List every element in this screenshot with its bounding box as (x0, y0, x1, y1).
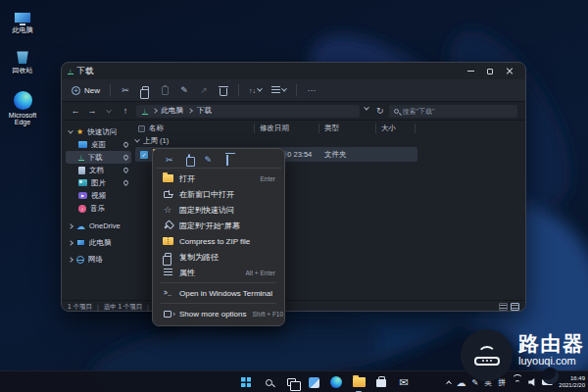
desktop-icon-edge[interactable]: Microsoft Edge (0, 90, 45, 125)
this-pc-icon (14, 12, 31, 24)
search-box[interactable] (389, 105, 517, 118)
terminal-icon: >_ (162, 290, 173, 297)
windows-logo-icon (241, 377, 251, 387)
taskbar-edge-button[interactable] (328, 374, 344, 390)
taskbar-search-button[interactable] (261, 374, 276, 390)
divider: | (97, 304, 99, 311)
menu-shortcut: Shift + F10 (252, 311, 283, 318)
cut-icon[interactable]: ✂ (121, 85, 130, 95)
menu-item-compress-zip[interactable]: Compress to ZIP file (156, 233, 281, 249)
widgets-button[interactable] (306, 374, 321, 390)
downloads-icon: ↓ (78, 154, 84, 161)
menu-item-open-new-window[interactable]: 在新窗口中打开 (156, 186, 281, 202)
sidebar-item-label: 图片 (91, 178, 106, 188)
onedrive-tray-icon[interactable]: ☁ (457, 377, 466, 388)
cut-icon[interactable]: ✂ (166, 155, 173, 165)
share-icon[interactable]: ↗ (199, 85, 209, 95)
chevron-down-icon (134, 137, 140, 143)
select-all-checkbox[interactable] (138, 125, 145, 132)
desktop-icon-recycle-bin[interactable]: 回收站 (0, 44, 45, 75)
sidebar-item-desktop[interactable]: 桌面 (66, 138, 131, 151)
watermark-site: luyouqi.com (518, 355, 576, 367)
menu-item-open[interactable]: 打开 Enter (156, 171, 281, 186)
paste-icon[interactable] (160, 86, 170, 95)
desktop-icon-label: Microsoft Edge (6, 112, 39, 125)
search-icon (394, 109, 399, 114)
volume-icon[interactable] (528, 378, 536, 386)
sidebar-item-pictures[interactable]: 图片 (66, 176, 131, 189)
column-size[interactable]: 大小 (376, 123, 416, 133)
pin-icon (122, 141, 129, 148)
group-header[interactable]: 上周 (1) (135, 136, 169, 146)
minimize-button[interactable] (461, 65, 480, 78)
more-options-icon[interactable]: ··· (307, 85, 317, 95)
chevron-right-icon (68, 240, 74, 246)
task-view-button[interactable] (283, 374, 299, 390)
delete-icon[interactable] (219, 85, 228, 96)
sidebar-item-documents[interactable]: 文档 (66, 164, 131, 176)
refresh-icon[interactable]: ↻ (376, 107, 384, 116)
sidebar-item-music[interactable]: ♪ 音乐 (66, 202, 131, 215)
pin-icon (122, 167, 129, 173)
properties-icon (164, 269, 172, 276)
taskbar-store-button[interactable] (373, 374, 389, 390)
sidebar-item-label: OneDrive (89, 221, 121, 230)
widgets-icon (309, 377, 319, 388)
menu-item-pin-quick-access[interactable]: ☆ 固定到快速访问 (156, 202, 281, 218)
up-button[interactable]: ↑ (120, 106, 131, 116)
recycle-bin-icon (16, 49, 30, 64)
delete-icon[interactable] (226, 155, 228, 165)
status-bar: 1 个项目 | 选中 1 个项目 | (62, 300, 525, 313)
menu-item-copy-as-path[interactable]: 复制为路径 (156, 249, 281, 265)
pin-icon (164, 221, 171, 228)
forward-button[interactable]: → (86, 106, 98, 116)
taskbar-mail-button[interactable]: ✉ (396, 374, 412, 390)
sidebar-item-videos[interactable]: ▶ 视频 (66, 189, 131, 202)
taskbar-clock[interactable]: 16:49 2021/2/20 (559, 375, 585, 389)
menu-item-label: 固定到"开始"屏幕 (179, 220, 240, 231)
mail-icon: ✉ (399, 377, 408, 388)
address-dropdown-icon[interactable] (364, 104, 369, 110)
close-button[interactable] (500, 65, 519, 78)
sidebar-item-onedrive[interactable]: ☁ OneDrive (66, 220, 131, 232)
wifi-icon[interactable] (512, 378, 522, 386)
ime-mode-indicator[interactable]: 拼 (498, 377, 506, 388)
desktop-icon-this-pc[interactable]: 此电脑 (0, 4, 45, 35)
start-button[interactable] (238, 374, 254, 390)
file-explorer-icon (353, 377, 366, 387)
rename-icon[interactable]: ✎ (205, 155, 213, 165)
menu-shortcut: Enter (260, 175, 275, 182)
details-view-toggle[interactable] (511, 303, 519, 311)
list-view-toggle[interactable] (499, 303, 508, 311)
breadcrumb[interactable]: ↓ 此电脑 下载 (136, 105, 360, 118)
column-type[interactable]: 类型 (319, 123, 376, 133)
breadcrumb-downloads[interactable]: 下载 (197, 106, 212, 116)
view-button[interactable] (271, 86, 286, 94)
star-icon: ☆ (162, 205, 173, 215)
rename-icon[interactable]: ✎ (179, 85, 189, 95)
recent-locations-button[interactable] (103, 106, 115, 116)
back-button[interactable]: ← (70, 106, 81, 116)
sidebar-item-downloads[interactable]: ↓ 下载 (66, 151, 131, 164)
menu-item-properties[interactable]: 属性 Alt + Enter (156, 265, 281, 280)
this-pc-icon (76, 239, 85, 246)
taskbar-explorer-button[interactable] (351, 374, 367, 390)
maximize-icon (487, 69, 493, 74)
row-checkbox[interactable]: ✓ (140, 151, 148, 159)
new-button[interactable]: + New (72, 86, 100, 95)
maximize-button[interactable] (480, 65, 500, 78)
copy-icon[interactable] (140, 86, 150, 94)
menu-item-pin-to-start[interactable]: 固定到"开始"屏幕 (156, 218, 281, 233)
column-name[interactable]: 名称 (133, 123, 255, 133)
column-date-modified[interactable]: 修改日期 (255, 123, 319, 133)
search-input[interactable] (403, 108, 513, 115)
sort-button[interactable]: ↑↓ (249, 87, 262, 94)
menu-item-open-terminal[interactable]: >_ Open in Windows Terminal (156, 285, 281, 301)
sidebar-quick-access[interactable]: ★ 快速访问 (66, 125, 131, 138)
breadcrumb-this-pc[interactable]: 此电脑 (162, 106, 184, 116)
sidebar-item-this-pc[interactable]: 此电脑 (66, 236, 131, 249)
sidebar-item-network[interactable]: 网络 (66, 253, 131, 266)
menu-item-show-more-options[interactable]: Show more options Shift + F10 (156, 306, 281, 321)
copy-icon[interactable] (188, 155, 190, 165)
tray-overflow-button[interactable] (447, 380, 451, 384)
